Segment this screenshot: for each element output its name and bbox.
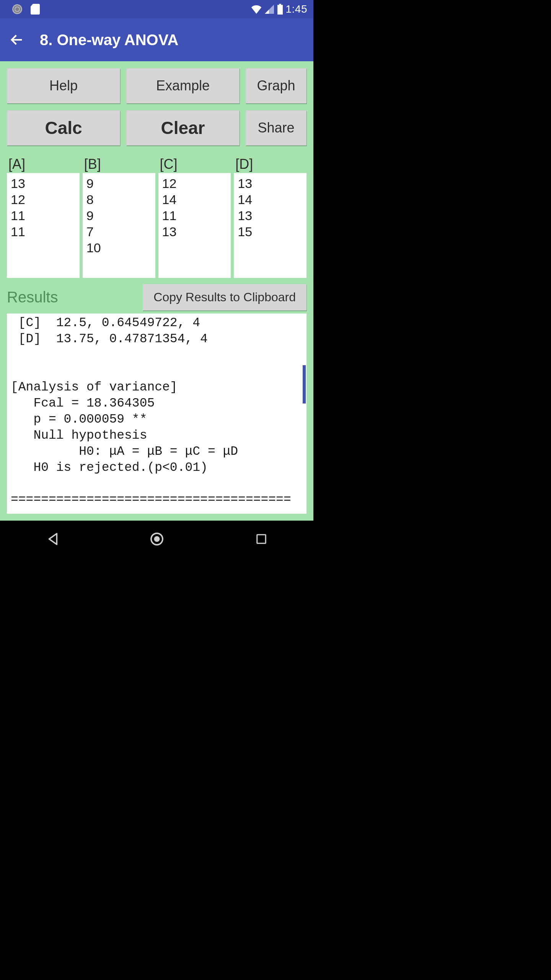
column-header-a: [A] [7, 156, 80, 172]
wifi-icon [251, 5, 262, 14]
svg-rect-4 [257, 535, 266, 544]
app-bar: 8. One-way ANOVA [0, 18, 313, 61]
data-input-c[interactable]: 12 14 11 13 [158, 173, 231, 278]
data-input-d[interactable]: 13 14 13 15 [234, 173, 306, 278]
navigation-bar [0, 521, 313, 557]
graph-button[interactable]: Graph [246, 68, 306, 103]
content-area: Help Example Graph Calc Clear Share [A] … [0, 61, 313, 521]
status-time: 1:45 [286, 3, 308, 15]
data-inputs-row: 13 12 11 11 9 8 9 7 10 12 14 11 13 13 14… [7, 173, 306, 278]
column-headers: [A] [B] [C] [D] [7, 156, 306, 172]
column-header-c: [C] [158, 156, 231, 172]
example-button[interactable]: Example [126, 68, 240, 103]
results-panel[interactable]: [C] 12.5, 0.64549722, 4 [D] 13.75, 0.478… [7, 314, 306, 514]
calc-button[interactable]: Calc [7, 110, 120, 145]
svg-point-3 [154, 536, 160, 542]
nav-back-button[interactable] [37, 528, 68, 550]
data-input-a[interactable]: 13 12 11 11 [7, 173, 80, 278]
results-label: Results [7, 289, 58, 306]
button-row-2: Calc Clear Share [7, 110, 306, 145]
svg-rect-1 [277, 5, 283, 15]
share-button[interactable]: Share [246, 110, 306, 145]
page-title: 8. One-way ANOVA [40, 31, 178, 49]
data-input-b[interactable]: 9 8 9 7 10 [83, 173, 155, 278]
button-row-1: Help Example Graph [7, 68, 306, 103]
status-right: 1:45 [251, 3, 308, 15]
clear-button[interactable]: Clear [126, 110, 240, 145]
back-button[interactable] [8, 31, 26, 49]
svg-rect-0 [279, 4, 281, 5]
results-header-row: Results Copy Results to Clipboard [7, 284, 306, 310]
column-header-b: [B] [83, 156, 155, 172]
copy-results-button[interactable]: Copy Results to Clipboard [143, 284, 306, 310]
status-bar: 1:45 [0, 0, 313, 18]
nav-home-button[interactable] [142, 528, 172, 550]
battery-icon [277, 4, 284, 15]
system-icon [12, 4, 22, 14]
cell-signal-icon [264, 5, 274, 14]
column-header-d: [D] [234, 156, 306, 172]
status-left [12, 4, 40, 15]
help-button[interactable]: Help [7, 68, 120, 103]
nav-recent-button[interactable] [246, 528, 277, 550]
sdcard-icon [31, 4, 40, 15]
